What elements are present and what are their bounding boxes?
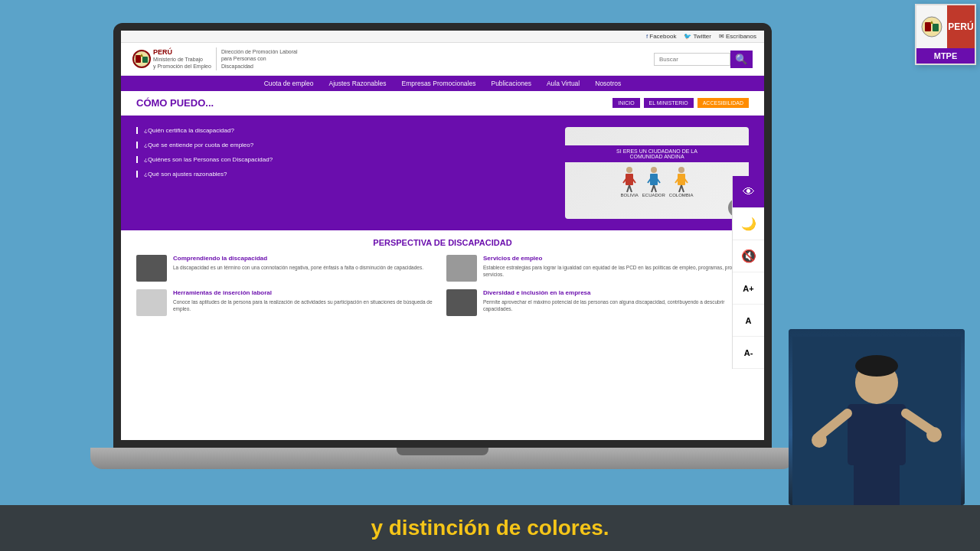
svg-point-34 (812, 432, 827, 448)
website-content: f Facebook 🐦 Twitter ✉ Escríbanos (121, 31, 764, 440)
subtitle-text: y distinción de colores. (371, 516, 609, 540)
ministerio-button[interactable]: EL MINISTERIO (644, 98, 694, 108)
svg-rect-15 (650, 174, 658, 185)
search-button[interactable]: 🔍 (730, 51, 753, 68)
card-desc-comprendiendo: La discapacidad es un término con una co… (173, 264, 423, 271)
nav-cuota[interactable]: Cuota de empleo (264, 80, 314, 87)
card-thumb-herramientas (136, 289, 167, 316)
peru-label: PERÚ (947, 5, 975, 48)
faq-list: ¿Quién certifica la discapacidad? ¿Qué s… (136, 127, 557, 219)
subtitle-bar: y distinción de colores. (0, 505, 980, 551)
facebook-link[interactable]: f Facebook (646, 33, 676, 40)
interpreter-person (789, 329, 965, 505)
search-input[interactable] (654, 53, 730, 66)
nav-empresas[interactable]: Empresas Promocionales (402, 80, 476, 87)
card-diversidad: Diversidad e inclusión en la empresa Per… (446, 289, 749, 316)
twitter-icon: 🐦 (684, 33, 691, 40)
svg-rect-6 (142, 57, 148, 63)
main-nav: Cuota de empleo Ajustes Razonables Empre… (121, 76, 764, 91)
sound-icon: 🔇 (741, 249, 756, 263)
svg-point-35 (926, 427, 942, 442)
andean-community-banner: SI ERES UN CIUDADANO DE LACOMUNIDAD ANDI… (565, 127, 749, 219)
svg-rect-2 (933, 24, 939, 31)
card-herramientas: Herramientas de inserción laboral Conoce… (136, 289, 439, 316)
peru-text: PERÚ (153, 48, 211, 56)
peru-coat-of-arms (916, 5, 947, 48)
accesibilidad-button[interactable]: ACCESIBILIDAD (697, 98, 749, 108)
laptop-base (90, 448, 795, 469)
card-comprendiendo: Comprendiendo la discapacidad La discapa… (136, 255, 439, 282)
faq-section: ¿Quién certifica la discapacidad? ¿Qué s… (121, 116, 764, 230)
ecuador-figure: ECUADOR (642, 166, 665, 197)
country-figures: BOLIVIA (616, 162, 697, 201)
nav-publicaciones[interactable]: Publicaciones (491, 80, 531, 87)
mail-icon: ✉ (719, 33, 724, 40)
sound-button[interactable]: 🔇 (733, 240, 765, 272)
logo-area: PERÚ Ministerio de Trabajoy Promoción de… (132, 47, 298, 70)
card-thumb-comprendiendo (136, 255, 167, 282)
font-normal-button[interactable]: A (733, 305, 765, 337)
faq-item-4[interactable]: ¿Qué son ajustes razonables? (136, 171, 557, 178)
card-title-servicios[interactable]: Servicios de empleo (483, 255, 749, 262)
accessibility-sidebar: 👁 🌙 🔇 A+ A A- (732, 176, 764, 369)
font-increase-button[interactable]: A+ (733, 272, 765, 305)
card-desc-servicios: Establece estrategias para lograr la igu… (483, 264, 749, 278)
banner-header: SI ERES UN CIUDADANO DE LACOMUNIDAD ANDI… (565, 145, 749, 162)
eye-accessibility-button[interactable]: 👁 (733, 176, 765, 208)
escribanos-link[interactable]: ✉ Escríbanos (719, 33, 756, 40)
laptop-frame: f Facebook 🐦 Twitter ✉ Escríbanos (113, 23, 787, 482)
faq-item-1[interactable]: ¿Quién certifica la discapacidad? (136, 127, 557, 134)
laptop-notch (397, 448, 488, 455)
svg-rect-9 (626, 174, 633, 185)
colombia-figure: COLOMBIA (669, 166, 694, 197)
twitter-link[interactable]: 🐦 Twitter (684, 33, 711, 40)
font-decrease-button[interactable]: A- (733, 337, 765, 369)
bolivia-figure: BOLIVIA (620, 166, 638, 197)
card-desc-herramientas: Conoce las aptitudes de la persona para … (173, 298, 439, 312)
svg-point-0 (922, 17, 942, 37)
svg-point-14 (651, 167, 657, 173)
interpreter-figure (792, 337, 961, 505)
svg-line-11 (629, 185, 632, 192)
mtpe-logo: PERÚ MTPE (915, 4, 976, 65)
svg-rect-31 (848, 404, 906, 465)
card-desc-diversidad: Permite aprovechar el máximo potencial d… (483, 298, 749, 312)
hero-section: CÓMO PUEDO... INICIO EL MINISTERIO ACCES… (121, 91, 764, 116)
social-bar: f Facebook 🐦 Twitter ✉ Escríbanos (121, 31, 764, 43)
dark-mode-button[interactable]: 🌙 (733, 208, 765, 240)
card-title-diversidad[interactable]: Diversidad e inclusión en la empresa (483, 289, 749, 296)
card-text-comprendiendo: Comprendiendo la discapacidad La discapa… (173, 255, 423, 271)
peru-coat-small (132, 50, 151, 68)
ministry-text: Ministerio de Trabajoy Promoción del Emp… (153, 56, 211, 70)
cards-grid: Comprendiendo la discapacidad La discapa… (136, 255, 749, 316)
svg-point-8 (626, 167, 632, 173)
svg-point-30 (855, 355, 898, 377)
svg-rect-21 (678, 174, 685, 185)
eye-icon: 👁 (743, 185, 755, 199)
moon-icon: 🌙 (741, 217, 756, 231)
card-servicios: Servicios de empleo Establece estrategia… (446, 255, 749, 282)
faq-item-3[interactable]: ¿Quiénes son las Personas con Discapacid… (136, 156, 557, 163)
nav-nosotros[interactable]: Nosotros (595, 80, 621, 87)
svg-rect-1 (925, 22, 931, 31)
card-title-comprendiendo[interactable]: Comprendiendo la discapacidad (173, 255, 423, 262)
inicio-button[interactable]: INICIO (612, 98, 639, 108)
card-thumb-diversidad (446, 289, 477, 316)
svg-rect-5 (136, 55, 141, 63)
peru-logo: PERÚ Ministerio de Trabajoy Promoción de… (132, 48, 211, 70)
perspectiva-section: PERSPECTIVA DE DISCAPACIDAD Comprendiend… (121, 230, 764, 324)
card-thumb-servicios (446, 255, 477, 282)
search-icon: 🔍 (735, 54, 748, 65)
card-text-servicios: Servicios de empleo Establece estrategia… (483, 255, 749, 278)
faq-item-2[interactable]: ¿Qué se entiende por cuota de empleo? (136, 142, 557, 148)
nav-ajustes[interactable]: Ajustes Razonables (328, 80, 386, 87)
site-header: PERÚ Ministerio de Trabajoy Promoción de… (121, 43, 764, 76)
svg-rect-36 (854, 463, 900, 505)
card-text-diversidad: Diversidad e inclusión en la empresa Per… (483, 289, 749, 312)
card-text-herramientas: Herramientas de inserción laboral Conoce… (173, 289, 439, 312)
nav-aula[interactable]: Aula Virtual (547, 80, 580, 87)
hero-buttons: INICIO EL MINISTERIO ACCESIBILIDAD (612, 98, 749, 108)
facebook-icon: f (646, 33, 648, 40)
card-title-herramientas[interactable]: Herramientas de inserción laboral (173, 289, 439, 296)
hero-title: CÓMO PUEDO... (136, 97, 214, 109)
